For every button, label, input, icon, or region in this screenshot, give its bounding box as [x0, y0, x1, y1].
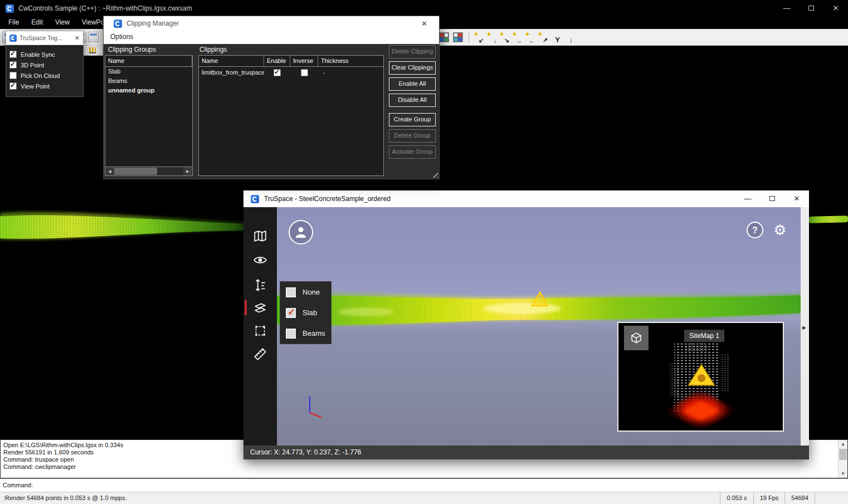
clip-tool-icon-3[interactable]: ✦↘ — [499, 32, 510, 43]
column-header-inverse[interactable]: Inverse — [290, 56, 318, 66]
clipping-planes-icon[interactable] — [253, 301, 267, 315]
scroll-track[interactable] — [114, 167, 183, 175]
menu-options[interactable]: Options — [104, 31, 140, 43]
scroll-up-icon[interactable]: ▲ — [839, 440, 847, 448]
direction-icon: ↗ — [543, 37, 548, 44]
disable-all-button[interactable]: Disable All — [389, 94, 436, 107]
resize-grip[interactable] — [431, 170, 438, 178]
truspace-maximize-button[interactable] — [760, 190, 784, 207]
scroll-thumb[interactable] — [114, 168, 157, 175]
enable-all-button[interactable]: Enable All — [389, 77, 436, 91]
truspace-minimize-button[interactable]: — — [735, 190, 760, 207]
toggle-label: View Point — [21, 83, 50, 90]
enable-checkbox[interactable]: ✓ — [274, 69, 281, 76]
clip-tool-icon-1[interactable]: ✦↙ — [473, 32, 484, 43]
direction-icon: ← — [529, 37, 535, 44]
maximize-button[interactable] — [799, 0, 823, 17]
slab-checkbox[interactable]: ✓ — [286, 308, 296, 318]
help-button[interactable]: ? — [747, 222, 763, 238]
toggle-view-point[interactable]: ✓ View Point — [6, 81, 83, 91]
clear-clippings-button[interactable]: Clear Clippings — [389, 61, 436, 75]
viewport-grid-icon[interactable] — [439, 32, 449, 42]
command-input[interactable]: Command: — [0, 478, 848, 492]
tog-close-button[interactable]: ✕ — [75, 35, 80, 42]
menu-file[interactable]: File — [2, 17, 25, 29]
eye-icon[interactable] — [253, 253, 267, 267]
clip-option-none[interactable]: ✓ None — [280, 282, 331, 302]
none-checkbox[interactable]: ✓ — [286, 287, 296, 297]
log-scrollbar[interactable]: ▲ ▼ — [838, 440, 847, 478]
sitemap-label: SiteMap 1 — [684, 330, 724, 342]
create-group-button[interactable]: Create Group — [389, 113, 436, 126]
scroll-down-icon[interactable]: ▼ — [839, 469, 847, 478]
main-statusbar: :Render 54684 points in 0.053 s @ 1.0 mp… — [0, 492, 848, 504]
clippings-list: Name Enable Inverse Thickness limitbox_f… — [198, 55, 384, 176]
toolbar-icon-8[interactable] — [88, 32, 99, 42]
desktop: CwControls Sample (C++) : ~Rithm-withCli… — [0, 0, 848, 504]
clip-option-slab[interactable]: ✓ Slab — [280, 302, 331, 323]
sitemap-mode-button[interactable] — [624, 326, 649, 350]
toggle-enable-sync[interactable]: ✓ Enable Sync — [6, 49, 83, 60]
expand-panel-arrow[interactable]: ► — [801, 324, 807, 331]
clip-tool-icon-7[interactable]: Y — [552, 32, 563, 43]
clipping-popup-menu: ✓ None ✓ Slab ✓ Beams — [280, 281, 332, 344]
clip-tool-icon-8[interactable]: ↓ — [564, 32, 576, 43]
clip-option-beams[interactable]: ✓ Beams — [280, 323, 331, 344]
view-point-checkbox[interactable]: ✓ — [9, 82, 17, 90]
clip-tool-icon-4[interactable]: ✦→ — [511, 32, 523, 43]
groups-horizontal-scrollbar[interactable]: ◀ ▶ — [105, 167, 192, 175]
column-header-name[interactable]: Name — [199, 56, 264, 66]
close-button[interactable]: ✕ — [823, 0, 848, 17]
check-icon: ✓ — [10, 60, 16, 68]
truspace-close-button[interactable]: ✕ — [784, 190, 809, 207]
clipping-row[interactable]: limitbox_from_truspace ✓ ✓ - — [199, 67, 383, 78]
truspace-app-icon — [251, 195, 259, 203]
pick-on-cloud-checkbox[interactable]: ✓ — [9, 72, 17, 79]
limit-box-icon[interactable] — [253, 324, 267, 338]
clipping-manager-icon — [114, 19, 122, 28]
scroll-right-icon[interactable]: ▶ — [183, 167, 192, 175]
settings-gear-icon[interactable]: ⚙ — [771, 221, 789, 239]
column-header-thickness[interactable]: Thickness — [318, 56, 383, 66]
group-row-unnamed[interactable]: unnamed group — [105, 86, 192, 95]
thickness-value: - — [318, 69, 383, 76]
sitemap-panel[interactable]: SiteMap 1 — [617, 322, 784, 432]
menu-view[interactable]: View — [49, 17, 76, 29]
minimize-button[interactable]: — — [774, 0, 799, 17]
clip-tool-icon-6[interactable]: ✦↗ — [537, 32, 548, 43]
clip-option-label: None — [303, 288, 320, 296]
delete-group-button[interactable]: Delete Group — [389, 129, 436, 143]
clipping-manager-close-button[interactable]: ✕ — [421, 19, 427, 28]
clip-tool-icon-5[interactable]: ✦← — [524, 32, 535, 43]
group-row-beams[interactable]: Beams — [105, 76, 192, 86]
scroll-thumb[interactable] — [839, 449, 847, 460]
elevation-icon[interactable] — [253, 278, 267, 292]
truspace-viewport[interactable]: ? ⚙ ✓ None ✓ Slab ✓ Beams — [277, 207, 801, 446]
chart-icon[interactable] — [89, 47, 96, 53]
column-header-enable[interactable]: Enable — [264, 56, 290, 66]
toggle-pick-on-cloud[interactable]: ✓ Pick On Cloud — [6, 70, 83, 81]
viewpoint-marker[interactable] — [530, 291, 549, 307]
toggle-3d-point[interactable]: ✓ 3D Point — [6, 60, 83, 70]
column-header-name[interactable]: Name — [105, 56, 192, 66]
3d-point-checkbox[interactable]: ✓ — [9, 61, 17, 68]
activate-group-button[interactable]: Activate Group — [389, 145, 436, 159]
menu-edit[interactable]: Edit — [25, 17, 49, 29]
side-panel-strip: ► — [801, 207, 809, 446]
main-titlebar: CwControls Sample (C++) : ~Rithm-withCli… — [0, 0, 848, 17]
enable-sync-checkbox[interactable]: ✓ — [9, 51, 17, 58]
ruler-icon[interactable] — [253, 347, 267, 361]
clipping-groups-label: Clipping Groups — [108, 46, 156, 53]
clip-tool-icon-2[interactable]: ✦↓ — [486, 32, 497, 43]
clippings-list-header: Name Enable Inverse Thickness — [199, 56, 383, 67]
viewport-grid-icon-2[interactable] — [453, 32, 463, 42]
group-row-slab[interactable]: Slab — [105, 67, 192, 76]
beams-checkbox[interactable]: ✓ — [286, 329, 296, 339]
panorama-view-button[interactable] — [289, 220, 313, 244]
tog-panel-icon — [9, 35, 17, 42]
delete-clipping-button[interactable]: Delete Clipping — [389, 45, 436, 58]
scroll-left-icon[interactable]: ◀ — [105, 167, 114, 175]
maximize-icon — [769, 196, 775, 201]
inverse-checkbox[interactable]: ✓ — [301, 69, 308, 76]
map-icon[interactable] — [253, 229, 267, 244]
